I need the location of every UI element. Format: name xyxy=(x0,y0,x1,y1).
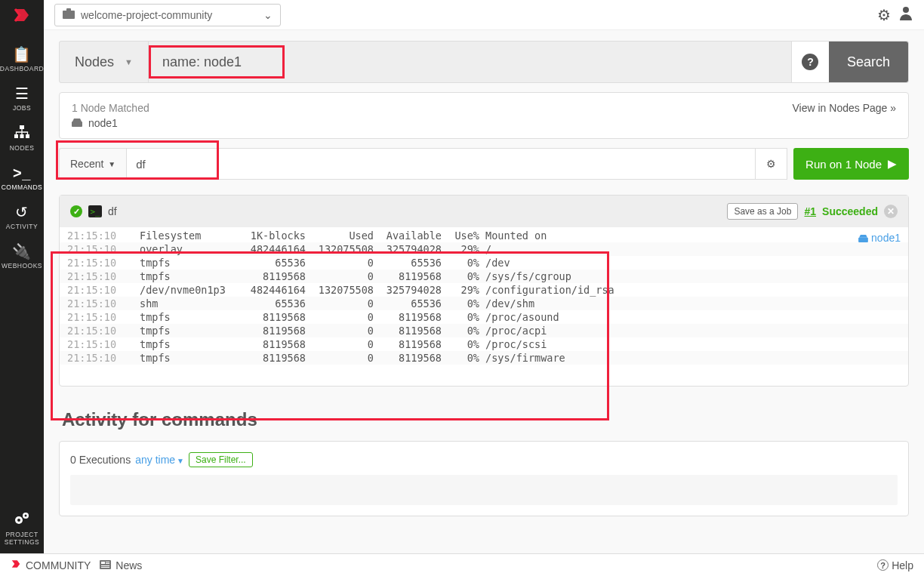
briefcase-icon xyxy=(63,8,75,21)
nav-commands[interactable]: >_ COMMANDS xyxy=(0,158,44,197)
run-command-button[interactable]: Run on 1 Node ▶ xyxy=(793,148,909,180)
dropdown-label: Nodes xyxy=(75,54,114,70)
play-icon: ▶ xyxy=(888,157,897,171)
footer-logo-icon xyxy=(11,559,21,571)
command-output-panel: ✓ >_ df Save as a Job #1 Succeeded ✕ nod… xyxy=(59,195,909,387)
clipboard-icon: 📋 xyxy=(12,47,32,62)
caret-down-icon: ▼ xyxy=(108,160,116,168)
close-icon[interactable]: ✕ xyxy=(884,205,898,218)
list-icon: ☰ xyxy=(15,86,29,101)
project-name: welcome-project-community xyxy=(81,9,212,21)
footer-news-link[interactable]: News xyxy=(116,559,142,571)
user-icon[interactable] xyxy=(898,5,913,24)
nav-nodes[interactable]: NODES xyxy=(0,118,44,158)
sidebar: 📋 DASHBOARD ☰ JOBS NODES >_ COMMANDS ↺ A… xyxy=(0,0,44,576)
button-label: Search xyxy=(847,54,890,70)
svg-rect-14 xyxy=(101,562,105,564)
nav-label: DASHBOARD xyxy=(0,65,44,72)
svg-point-5 xyxy=(17,519,20,522)
recent-dropdown[interactable]: Recent ▼ xyxy=(59,148,126,180)
time-filter-dropdown[interactable]: any time▼ xyxy=(135,454,184,466)
dropdown-label: any time xyxy=(135,454,175,466)
dropdown-label: Recent xyxy=(70,158,103,170)
footer-help-link[interactable]: ? Help xyxy=(877,559,913,571)
nav-dashboard[interactable]: 📋 DASHBOARD xyxy=(0,39,44,79)
node-name: node1 xyxy=(871,232,901,244)
save-as-job-button[interactable]: Save as a Job xyxy=(727,203,798,220)
activity-panel: 0 Executions any time▼ Save Filter... xyxy=(59,441,909,516)
status-label: Succeeded xyxy=(822,205,878,217)
svg-rect-12 xyxy=(858,238,868,242)
hdd-icon xyxy=(72,117,85,129)
nodes-dropdown[interactable]: Nodes ▼ xyxy=(60,42,149,82)
history-icon: ↺ xyxy=(15,205,29,220)
button-label: Run on 1 Node xyxy=(805,158,882,171)
footer: COMMUNITY News ? Help xyxy=(0,553,924,576)
svg-rect-16 xyxy=(101,567,109,568)
nav-webhooks[interactable]: 🔌 WEBHOOKS xyxy=(0,236,44,276)
sitemap-icon xyxy=(14,125,29,141)
svg-rect-9 xyxy=(66,8,71,11)
table-row: 21:15:10tmpfs8119568081195680%/sys/firmw… xyxy=(60,351,908,365)
table-row: 21:15:10tmpfs8119568081195680%/proc/asou… xyxy=(60,310,908,324)
search-button[interactable]: Search xyxy=(829,42,908,82)
activity-heading: Activity for commands xyxy=(62,409,909,430)
caret-down-icon: ▼ xyxy=(125,57,133,66)
match-summary: 1 Node Matched xyxy=(72,102,149,114)
table-row: 21:15:10Filesystem1K-blocksUsedAvailable… xyxy=(60,229,908,242)
executions-count: 0 Executions xyxy=(70,454,131,466)
svg-rect-3 xyxy=(26,134,29,138)
status-ok-icon: ✓ xyxy=(70,205,82,217)
svg-rect-0 xyxy=(20,125,24,129)
topbar: welcome-project-community ⌄ ⚙ xyxy=(44,0,924,30)
svg-rect-1 xyxy=(14,134,18,138)
link-label: Help xyxy=(892,559,913,571)
footer-brand: COMMUNITY xyxy=(26,559,91,571)
search-help-button[interactable]: ? xyxy=(791,42,829,82)
node-search-bar: Nodes ▼ ? Search xyxy=(59,41,909,83)
plug-icon: 🔌 xyxy=(12,244,32,259)
table-row: 21:15:10shm655360655360%/dev/shm xyxy=(60,297,908,310)
node-filter-input[interactable] xyxy=(159,50,781,75)
question-icon: ? xyxy=(802,54,818,70)
executed-command: df xyxy=(108,205,117,217)
nav-label: NODES xyxy=(10,144,35,152)
table-row: 21:15:10overlay4824461641320755083257940… xyxy=(60,242,908,256)
nav-label: COMMANDS xyxy=(2,183,43,191)
svg-point-7 xyxy=(25,515,27,517)
terminal-icon: >_ xyxy=(13,165,31,180)
project-selector[interactable]: welcome-project-community ⌄ xyxy=(54,4,281,26)
table-row: 21:15:10tmpfs655360655360%/dev xyxy=(60,256,908,270)
nav-label: ACTIVITY xyxy=(6,223,38,230)
save-filter-button[interactable]: Save Filter... xyxy=(189,452,253,467)
chevron-down-icon: ⌄ xyxy=(263,9,273,21)
command-input[interactable] xyxy=(126,148,756,180)
svg-rect-11 xyxy=(72,122,82,127)
svg-rect-8 xyxy=(63,11,75,19)
nav-activity[interactable]: ↺ ACTIVITY xyxy=(0,197,44,236)
output-node-link[interactable]: node1 xyxy=(858,232,901,244)
table-row: 21:15:10tmpfs8119568081195680%/proc/acpi xyxy=(60,324,908,337)
command-settings-button[interactable]: ⚙ xyxy=(756,148,787,180)
svg-rect-15 xyxy=(101,565,109,566)
execution-id-link[interactable]: #1 xyxy=(804,205,816,217)
svg-rect-18 xyxy=(106,563,109,564)
svg-rect-13 xyxy=(100,560,111,569)
terminal-icon: >_ xyxy=(88,205,102,217)
nav-label: JOBS xyxy=(13,104,31,112)
news-icon xyxy=(100,559,111,571)
svg-rect-2 xyxy=(20,134,24,138)
nav-jobs[interactable]: ☰ JOBS xyxy=(0,79,44,118)
matched-node: node1 xyxy=(72,117,149,129)
view-nodes-link[interactable]: View in Nodes Page » xyxy=(793,102,897,129)
nodes-matched-panel: 1 Node Matched node1 View in Nodes Page … xyxy=(59,92,909,139)
command-input-row: Recent ▼ ⚙ Run on 1 Node ▶ xyxy=(59,148,909,180)
svg-rect-17 xyxy=(106,562,109,562)
app-logo-icon[interactable] xyxy=(13,6,31,24)
nav-label: PROJECT SETTINGS xyxy=(0,531,44,546)
gears-icon xyxy=(14,511,30,528)
table-row: 21:15:10tmpfs8119568081195680%/sys/fs/cg… xyxy=(60,270,908,283)
table-row: 21:15:10/dev/nvme0n1p3482446164132075508… xyxy=(60,283,908,297)
caret-down-icon: ▼ xyxy=(177,457,184,465)
settings-gear-icon[interactable]: ⚙ xyxy=(877,6,891,24)
